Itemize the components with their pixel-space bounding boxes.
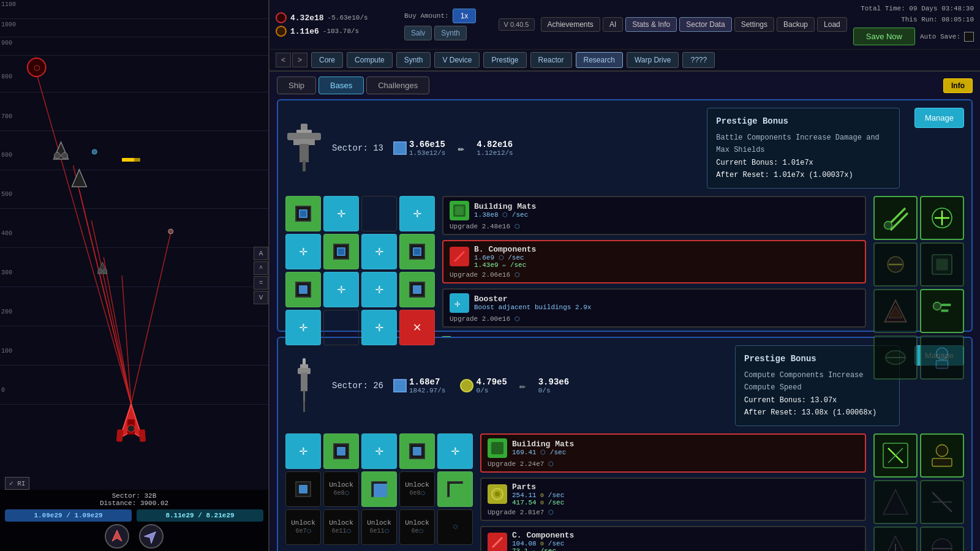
upgrade-13-3[interactable] [873, 242, 918, 287]
auto-save-label: Auto Save: [920, 33, 960, 40]
achievements-button[interactable]: Achievements [541, 17, 600, 32]
side-btn-a[interactable]: A [254, 247, 268, 260]
grid-26-r1c4[interactable] [399, 433, 435, 469]
tab-synth[interactable]: Synth [396, 52, 431, 68]
grid-26-r2c2[interactable]: Unlock 6e8⬡ [323, 471, 359, 507]
grid-13-r4c3[interactable]: ✛ [361, 310, 397, 345]
grid-26-r2c1[interactable] [285, 471, 321, 507]
grid-13-r1c1[interactable] [285, 196, 321, 231]
upgrade-26-5[interactable] [873, 527, 918, 551]
bc-info-mats-26: Building Mats 169.41 ⬡ /sec [512, 440, 574, 456]
unlock-label-26-r3c1: Unlock [291, 519, 315, 527]
grid-13-r3c2[interactable]: ✛ [323, 272, 359, 307]
svg-rect-39 [299, 285, 307, 294]
building-components-13[interactable]: B. Components 1.6e9 ⬡ /sec 1.43e9 ✏ [442, 240, 866, 283]
synth-button[interactable]: Synth [434, 26, 467, 40]
ai-button[interactable]: AI [603, 17, 623, 32]
grid-26-r3c1[interactable]: Unlock 6e7⬡ [285, 509, 321, 545]
ship-icon-2[interactable] [139, 524, 164, 549]
res-icon-1 [276, 12, 287, 23]
grid-26-r3c2[interactable]: Unlock 6e11⬡ [323, 509, 359, 545]
sector-13-manage-button[interactable]: Manage [914, 108, 964, 128]
settings-button[interactable]: Settings [734, 17, 774, 32]
upgrade-13-4[interactable] [920, 242, 964, 287]
unlock-label-26-r3c4: Unlock [405, 519, 429, 527]
ri-button[interactable]: ✓ RI [5, 477, 29, 490]
tab-unknown[interactable]: ???? [682, 52, 715, 68]
grid-13-r4c1[interactable]: ✛ [285, 310, 321, 345]
tab-challenges[interactable]: Challenges [366, 77, 429, 94]
side-btn-v[interactable]: V [254, 291, 268, 304]
backup-button[interactable]: Backup [777, 17, 815, 32]
bc-icon-ccomp-26 [488, 533, 507, 551]
grid-13-r3c1[interactable] [285, 272, 321, 307]
info-button[interactable]: Info [943, 78, 973, 93]
tab-prestige[interactable]: Prestige [483, 52, 526, 68]
auto-save-checkbox[interactable] [964, 32, 974, 42]
grid-26-r2c3[interactable] [361, 471, 397, 507]
nav-row: < > Core Compute Synth V Device Prestige… [270, 50, 980, 70]
bc-rate2-comp-13: 1.43e9 ✏ /sec [474, 261, 536, 269]
save-now-button[interactable]: Save Now [853, 28, 915, 45]
tab-research[interactable]: Research [576, 52, 623, 68]
grid-26-r3c4[interactable]: Unlock 6e⬡ [399, 509, 435, 545]
upgrade-13-2[interactable] [920, 196, 964, 240]
side-btn-up[interactable]: ^ [254, 261, 268, 275]
tab-vdevice[interactable]: V Device [434, 52, 480, 68]
upgrade-13-5[interactable] [873, 289, 918, 333]
upgrade-26-1[interactable] [873, 433, 918, 478]
building-mats-13[interactable]: Building Mats 1.38e8 ⬡ /sec Upgrade 2.4 [442, 196, 866, 235]
building-mats-26[interactable]: Building Mats 169.41 ⬡ /sec Upgrade 2.2 [480, 433, 866, 473]
stat-13-2-val: 4.82e16 [477, 140, 513, 149]
nav-prev-button[interactable]: < [276, 53, 291, 67]
upgrade-13-7[interactable] [873, 335, 918, 380]
move-icon-26-r1c1: ✛ [299, 443, 307, 459]
load-button[interactable]: Load [817, 17, 847, 32]
unlock-cost-26-r3c4: 6e⬡ [411, 528, 423, 534]
grid-26-r1c2[interactable] [323, 433, 359, 469]
nav-next-button[interactable]: > [292, 53, 307, 67]
grid-13-r3c4[interactable] [399, 272, 435, 307]
upgrade-26-4[interactable] [920, 480, 964, 524]
grid-26-r2c4[interactable]: Unlock 6e8⬡ [399, 471, 435, 507]
grid-13-r2c1[interactable]: ✛ [285, 234, 321, 269]
tab-ship[interactable]: Ship [277, 77, 316, 94]
version-button[interactable]: V 0.40.5 [499, 18, 535, 31]
upgrade-13-8[interactable] [920, 335, 964, 380]
grid-26-r1c1[interactable]: ✛ [285, 433, 321, 469]
upgrade-26-6[interactable] [920, 527, 964, 551]
tab-bases[interactable]: Bases [318, 77, 364, 94]
buy-amount-button[interactable]: 1x [453, 9, 477, 23]
grid-13-r2c3[interactable]: ✛ [361, 234, 397, 269]
booster-13[interactable]: ✛ Booster Boost adjacent buildings 2.9x … [442, 288, 866, 328]
upgrade-26-3[interactable] [873, 480, 918, 524]
stats-info-button[interactable]: Stats & Info [625, 17, 677, 32]
building-parts-26[interactable]: Parts 254.11 ⚙ /sec 417.54 ⚙ [480, 478, 866, 521]
salv-button[interactable]: Salv [404, 26, 432, 40]
cube-icon-13 [393, 141, 407, 155]
grid-26-r1c3[interactable]: ✛ [361, 433, 397, 469]
grid-13-r1c4[interactable]: ✛ [399, 196, 435, 231]
grid-13-r3c3[interactable]: ✛ [361, 272, 397, 307]
grid-13-r1c2[interactable]: ✛ [323, 196, 359, 231]
tab-reactor[interactable]: Reactor [530, 52, 572, 68]
side-btn-equals[interactable]: = [254, 276, 268, 290]
grid-13-r2c4[interactable] [399, 234, 435, 269]
tab-core[interactable]: Core [311, 52, 343, 68]
svg-marker-25 [112, 530, 122, 541]
upgrade-13-1[interactable] [873, 196, 918, 240]
grid-13-r4c4[interactable]: ✕ [399, 310, 435, 345]
ship-icon-1[interactable] [105, 524, 129, 549]
grid-26-r2c5[interactable] [437, 471, 473, 507]
tab-warpdrive[interactable]: Warp Drive [627, 52, 679, 68]
upgrade-13-6[interactable] [920, 289, 964, 333]
grid-26-r3c5[interactable]: ⬡ [437, 509, 473, 545]
upgrade-26-2[interactable] [920, 433, 964, 478]
grid-26-r3c3[interactable]: Unlock 6e11⬡ [361, 509, 397, 545]
sector-data-button[interactable]: Sector Data [679, 17, 731, 32]
building-ccomp-26[interactable]: C. Components 104.08 ⚙ /sec 73.1 ✏ [480, 526, 866, 551]
stat-13-1-val: 3.66e15 [409, 140, 445, 149]
grid-26-r1c5[interactable]: ✛ [437, 433, 473, 469]
grid-13-r2c2[interactable] [323, 234, 359, 269]
tab-compute[interactable]: Compute [347, 52, 393, 68]
